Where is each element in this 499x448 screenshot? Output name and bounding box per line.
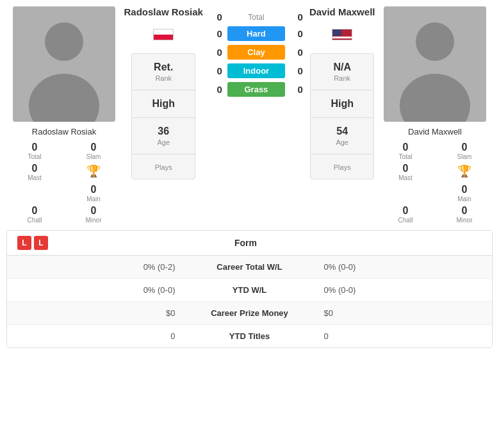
player2-slam-label: Slam — [457, 153, 472, 160]
player1-photo — [13, 6, 115, 122]
player2-peak-value: High — [331, 98, 354, 110]
player2-stats-panel: N/A Rank High 54 Age Plays — [310, 53, 374, 179]
p2-total-score: 0 — [290, 12, 303, 22]
player1-center-name: Radoslaw Rosiak — [124, 6, 203, 17]
player2-age-label: Age — [336, 138, 348, 146]
player2-total-value: 0 — [403, 142, 409, 153]
player2-flag — [332, 29, 352, 40]
player1-rank-label: Rank — [155, 74, 172, 82]
player2-minor-value: 0 — [462, 205, 468, 217]
player1-total-value: 0 — [32, 142, 38, 153]
player2-total-label: Total — [398, 153, 412, 160]
player2-chall-box: 0 Chall — [377, 205, 434, 224]
career-wl-p2: 0% (0-0) — [314, 256, 493, 278]
grass-surface-row: 0 Grass 0 — [209, 82, 303, 97]
player2-total-box: 0 Total — [377, 142, 434, 160]
player1-plays-row: Plays — [132, 154, 195, 179]
player2-mast-label: Mast — [398, 174, 413, 181]
player1-chall-box: 0 Chall — [6, 205, 63, 224]
player1-slam-box: 0 Slam — [65, 142, 122, 160]
player2-stats: 0 Total 0 Slam 0 Mast 🏆 0 Main 0 Chall — [377, 142, 493, 224]
player2-age-value: 54 — [336, 126, 348, 137]
ytd-wl-p2: 0% (0-0) — [314, 279, 493, 301]
ytd-wl-label: YTD W/L — [186, 279, 314, 301]
ytd-titles-row: 0 YTD Titles 0 — [7, 325, 492, 347]
total-label: Total — [227, 13, 285, 22]
svg-point-4 — [416, 22, 454, 61]
indoor-surface-row: 0 Indoor 0 — [209, 63, 303, 78]
player1-chall-value: 0 — [32, 205, 38, 217]
player1-name: Radoslaw Rosiak — [32, 127, 96, 137]
p1-hard-score: 0 — [209, 28, 222, 39]
player2-age-row: 54 Age — [311, 118, 373, 154]
ytd-titles-p1: 0 — [7, 325, 186, 347]
player2-main-box: 0 Main — [436, 184, 493, 203]
player1-total-box: 0 Total — [6, 142, 63, 160]
prize-row: $0 Career Prize Money $0 — [7, 302, 492, 325]
player1-age-label: Age — [157, 138, 170, 146]
surface-container: 0 Total 0 0 Hard 0 0 Clay 0 0 Indoor 0 — [209, 6, 303, 102]
prize-p1: $0 — [7, 302, 186, 324]
player2-mast-value: 0 — [403, 163, 409, 174]
player1-slam-label: Slam — [86, 153, 101, 160]
player2-rank-value: N/A — [333, 62, 351, 73]
player1-main-value: 0 — [91, 184, 97, 195]
grass-badge: Grass — [227, 82, 285, 97]
player1-age-row: 36 Age — [132, 118, 195, 154]
player1-mast-label: Mast — [28, 174, 42, 181]
player1-age-value: 36 — [158, 126, 169, 137]
player2-mast-box: 0 Mast — [377, 163, 434, 181]
svg-point-1 — [45, 22, 83, 61]
ytd-wl-p1: 0% (0-0) — [7, 279, 186, 301]
player1-stats: 0 Total 0 Slam 0 Mast 🏆 0 Main 0 Chall — [6, 142, 122, 224]
player2-center-name: David Maxwell — [309, 6, 375, 17]
player1-stats-panel: Ret. Rank High 36 Age Plays — [131, 53, 195, 179]
player1-peak-row: High — [132, 90, 195, 118]
p1-grass-score: 0 — [209, 84, 222, 95]
player2-center-col: David Maxwell N/A Rank High 54 Age Plays — [309, 6, 375, 179]
player1-mast-value: 0 — [32, 163, 38, 174]
prize-p2: $0 — [314, 302, 493, 324]
player2-chall-label: Chall — [398, 217, 413, 224]
player2-main-value: 0 — [462, 184, 468, 195]
form-title: Form — [48, 238, 443, 248]
player2-chall-value: 0 — [403, 205, 409, 217]
player2-minor-box: 0 Minor — [436, 205, 493, 224]
p1-total-score: 0 — [209, 12, 222, 22]
player2-plays-label: Plays — [334, 163, 351, 171]
indoor-badge: Indoor — [227, 63, 285, 78]
player2-peak-row: High — [311, 90, 373, 118]
player1-main-label: Main — [86, 195, 101, 203]
player2-slam-value: 0 — [462, 142, 468, 153]
player1-center-col: Radoslaw Rosiak Ret. Rank High 36 Age Pl… — [124, 6, 203, 179]
p1-clay-score: 0 — [209, 47, 222, 58]
player2-plays-row: Plays — [311, 154, 373, 179]
ytd-titles-p2: 0 — [314, 325, 493, 347]
player1-card: Radoslaw Rosiak 0 Total 0 Slam 0 Mast 🏆 … — [6, 6, 122, 224]
player1-chall-label: Chall — [28, 217, 42, 224]
prize-label: Career Prize Money — [186, 302, 314, 324]
career-wl-p1: 0% (0-2) — [7, 256, 186, 278]
player1-peak-value: High — [152, 98, 175, 110]
top-section: Radoslaw Rosiak 0 Total 0 Slam 0 Mast 🏆 … — [0, 0, 499, 230]
center-section: Radoslaw Rosiak Ret. Rank High 36 Age Pl… — [122, 6, 377, 224]
form-badge-2: L — [34, 236, 48, 250]
hard-badge: Hard — [227, 26, 285, 41]
career-wl-label: Career Total W/L — [186, 256, 314, 278]
clay-badge: Clay — [227, 45, 285, 60]
player1-minor-box: 0 Minor — [65, 205, 122, 224]
bottom-table: L L Form 0% (0-2) Career Total W/L 0% (0… — [6, 230, 493, 348]
player2-name: David Maxwell — [408, 127, 462, 137]
form-badges: L L — [17, 236, 48, 250]
player2-rank-label: Rank — [334, 74, 350, 82]
player1-mast-box: 0 Mast — [6, 163, 63, 181]
player2-main-label: Main — [457, 195, 471, 203]
player2-rank-row: N/A Rank — [311, 54, 373, 90]
form-badge-1: L — [17, 236, 31, 250]
total-surface-row: 0 Total 0 — [209, 12, 303, 22]
player1-flag — [153, 29, 174, 40]
ytd-titles-label: YTD Titles — [186, 325, 314, 347]
hard-surface-row: 0 Hard 0 — [209, 26, 303, 41]
player1-main-box: 0 Main — [65, 184, 122, 203]
p2-clay-score: 0 — [290, 47, 303, 58]
